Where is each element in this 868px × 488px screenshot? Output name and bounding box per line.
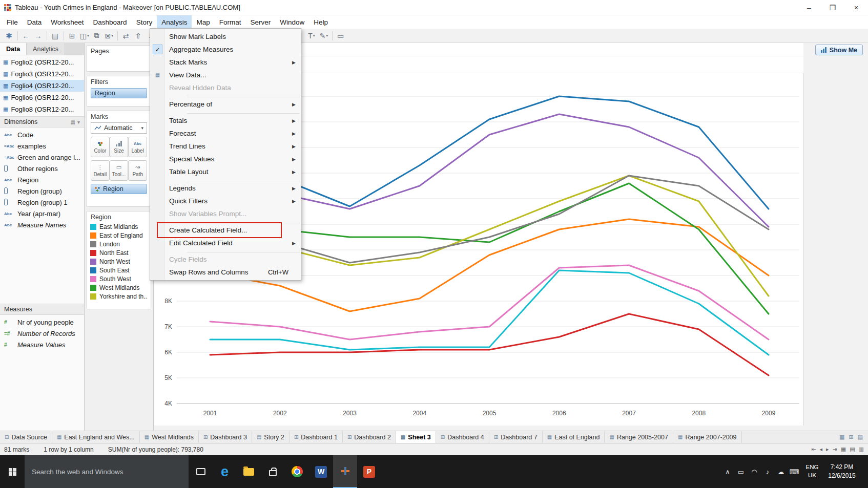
sheet-tab[interactable]: ▦ East of England <box>543 431 605 443</box>
menu-item[interactable]: Trend Lines ▶ <box>150 140 301 153</box>
swap-rows-columns-icon[interactable]: ⇄ <box>120 30 132 41</box>
explorer[interactable] <box>237 455 261 488</box>
menu-item[interactable]: Forecast ▶ <box>150 127 301 140</box>
menu-item[interactable]: Table Layout ▶ <box>150 165 301 178</box>
volume-muted-icon[interactable]: ♪ <box>761 468 774 476</box>
legend-entry[interactable]: East of England <box>90 231 148 240</box>
menubar-item[interactable]: Server <box>245 15 275 29</box>
start-button[interactable] <box>0 455 25 488</box>
legend-entry[interactable]: London <box>90 240 148 248</box>
menu-item[interactable]: Create Calculated Field... <box>150 224 301 237</box>
close-button[interactable]: × <box>844 0 868 15</box>
undo-icon[interactable]: ← <box>20 30 32 41</box>
sort-ascending-icon[interactable]: ⇧ <box>133 30 144 41</box>
first-sheet-icon[interactable]: ⇤ <box>811 446 816 453</box>
menu-item[interactable]: Percentage of ▶ <box>150 98 301 111</box>
sheet-tab[interactable]: ▤ Story 2 <box>252 431 290 443</box>
measure-field[interactable]: # Nr of young people <box>0 316 84 328</box>
menu-item[interactable]: ✓ Aggregate Measures <box>150 43 301 56</box>
legend-entry[interactable]: North East <box>90 248 148 257</box>
save-icon[interactable]: ▤ <box>50 30 61 41</box>
duplicate-sheet-icon[interactable]: ⧉ <box>91 30 102 41</box>
touch-keyboard-icon[interactable]: ⌨ <box>788 468 801 476</box>
legend-entry[interactable]: South East <box>90 266 148 274</box>
legend-entry[interactable]: East Midlands <box>90 222 148 231</box>
show-me-button[interactable]: Show Me <box>815 45 863 55</box>
menu-item[interactable]: Stack Marks ▶ <box>150 56 301 69</box>
measure-field[interactable]: # Measure Values <box>0 339 84 350</box>
mark-property-button[interactable]: ⋮ Detail <box>91 160 110 181</box>
menu-item[interactable]: Swap Rows and Columns Ctrl+W <box>150 266 301 279</box>
sheet-tab[interactable]: ⊟ Data Source <box>0 431 52 443</box>
menu-item[interactable] <box>150 178 301 182</box>
display-icon[interactable]: ▭ <box>734 468 748 476</box>
separator[interactable] <box>64 31 64 40</box>
prev-sheet-icon[interactable]: ◂ <box>820 446 823 453</box>
mark-property-button[interactable]: Abc Label <box>128 137 147 157</box>
menubar-item[interactable]: Window <box>275 15 309 29</box>
search-input[interactable] <box>25 455 189 488</box>
mark-property-button[interactable]: Size <box>110 137 129 157</box>
new-worksheet-tab-icon[interactable]: ▦ <box>839 434 844 440</box>
mark-property-button[interactable]: ↝ Path <box>128 160 147 181</box>
menubar-item[interactable]: Data <box>23 15 47 29</box>
menubar-item[interactable]: Dashboard <box>89 15 132 29</box>
powerpoint[interactable]: P <box>357 455 381 488</box>
new-dashboard-tab-icon[interactable]: ⊞ <box>849 434 853 440</box>
mark-property-button[interactable]: ▭ Tool... <box>110 160 129 181</box>
sheet-tab[interactable]: ▦ Range 2007-2009 <box>673 431 742 443</box>
data-source-item[interactable]: ▦ Foglio6 (OSR12-20... <box>0 92 84 103</box>
network-icon[interactable]: ◠ <box>748 468 761 476</box>
restore-button[interactable]: ❐ <box>821 0 844 15</box>
dimension-field[interactable]: =Abc Green and orange l... <box>0 152 84 163</box>
taskbar-search[interactable] <box>25 455 189 488</box>
dimension-field[interactable]: Abc Code <box>0 129 84 140</box>
separator[interactable] <box>47 31 47 40</box>
separator[interactable] <box>17 31 18 40</box>
mark-type-dropdown[interactable]: Automatic ▾ <box>91 122 147 134</box>
dimension-field[interactable]: Other regions <box>0 163 84 174</box>
data-source-item[interactable]: ▦ Foglio4 (OSR12-20... <box>0 80 84 92</box>
show-tabs-icon[interactable]: ▥ <box>859 446 864 453</box>
dimension-field[interactable]: =Abc examples <box>0 140 84 152</box>
next-sheet-icon[interactable]: ▸ <box>826 446 829 453</box>
menu-item[interactable]: Reveal Hidden Data <box>150 81 301 94</box>
pane-tab[interactable]: Analytics <box>27 43 65 55</box>
sheet-tab[interactable]: ⊞ Dashboard 7 <box>489 431 543 443</box>
dimension-field[interactable]: Region (group) <box>0 185 84 197</box>
last-sheet-icon[interactable]: ⇥ <box>833 446 837 453</box>
store[interactable] <box>261 455 285 488</box>
dimension-field[interactable]: Abc Measure Names <box>0 219 84 230</box>
chrome[interactable] <box>285 455 309 488</box>
view-as-icon[interactable]: ▦ <box>71 119 75 125</box>
show-mark-labels-icon[interactable]: T▾ <box>306 30 317 41</box>
sheet-tab[interactable]: ⊞ Dashboard 1 <box>290 431 343 443</box>
find-field-icon[interactable]: ▾ <box>77 119 80 125</box>
menubar-item[interactable]: File <box>2 15 23 29</box>
menubar-item[interactable]: Map <box>192 15 214 29</box>
dimension-field[interactable]: Abc Region <box>0 174 84 185</box>
data-source-item[interactable]: ▦ Foglio3 (OSR12-20... <box>0 68 84 80</box>
menu-item[interactable]: Edit Calculated Field ▶ <box>150 237 301 249</box>
menu-item[interactable] <box>150 220 301 224</box>
new-story-tab-icon[interactable]: ▤ <box>858 434 863 440</box>
menu-item[interactable]: Show Mark Labels <box>150 30 301 43</box>
sheet-tab[interactable]: ▦ Range 2005-2007 <box>605 431 673 443</box>
separator[interactable] <box>332 31 333 40</box>
measure-field[interactable]: =# Number of Records <box>0 328 84 339</box>
menu-item[interactable]: Legends ▶ <box>150 182 301 195</box>
legend-entry[interactable]: Yorkshire and th... <box>90 292 148 301</box>
sheet-tab[interactable]: ⊞ Dashboard 2 <box>343 431 396 443</box>
sheet-tab[interactable]: ⊞ Dashboard 3 <box>199 431 252 443</box>
sheet-tab[interactable]: ▦ Sheet 3 <box>396 431 436 443</box>
menu-item[interactable] <box>150 249 301 253</box>
menubar-item[interactable]: Format <box>215 15 246 29</box>
sheet-sorter-icon[interactable]: ▦ <box>841 446 846 453</box>
task-view[interactable] <box>189 455 213 488</box>
dimension-field[interactable]: Region (group) 1 <box>0 197 84 208</box>
onedrive-icon[interactable]: ☁ <box>774 468 788 476</box>
edge[interactable]: e <box>213 455 237 488</box>
menubar-item[interactable]: Story <box>132 15 157 29</box>
marks-pill[interactable]: Region <box>91 184 147 194</box>
filter-pill[interactable]: Region <box>91 88 147 98</box>
